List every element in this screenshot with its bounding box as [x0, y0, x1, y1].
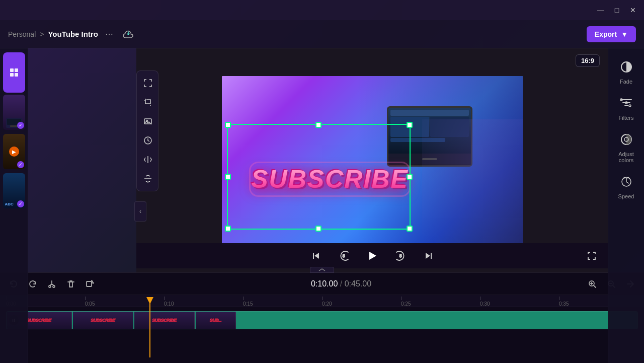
skip-to-start-button[interactable] [308, 248, 324, 264]
speed-label: Speed [618, 193, 634, 199]
timeline-expand-button[interactable] [310, 267, 334, 273]
timeline-ruler: 0:00 0:05 0:10 0:15 0:20 0:25 [0, 295, 644, 307]
current-time: 0:10.00 [311, 279, 338, 288]
svg-rect-22 [87, 281, 92, 286]
video-track[interactable]: ⏸ SUBSCRIBE SUBSCRIBE SUBSCRIBE SUB... [6, 311, 638, 329]
breadcrumb-personal[interactable]: Personal [8, 30, 36, 38]
flip-vertical-tool[interactable] [138, 170, 158, 188]
total-time: 0:45.00 [345, 279, 371, 288]
playhead[interactable] [149, 297, 150, 357]
cut-button[interactable] [44, 276, 59, 292]
close-button[interactable]: ✕ [628, 5, 638, 15]
ruler-mark-5: 0:25 [401, 297, 480, 307]
ruler-mark-6: 0:30 [480, 297, 559, 307]
svg-point-10 [629, 105, 631, 107]
timeline-area: 0:10.00 / 0:45.00 [0, 272, 644, 363]
fullscreen-button[interactable] [584, 248, 600, 264]
filters-icon [620, 97, 633, 113]
skip-to-end-button[interactable] [421, 248, 437, 264]
time-separator: / [340, 279, 345, 288]
svg-text:5: 5 [343, 254, 345, 258]
adjust-colors-tool[interactable]: Adjust colors [610, 129, 642, 167]
sidebar-item-active[interactable] [3, 52, 25, 93]
track-thumbnail-4: SUB... [196, 312, 236, 329]
zoom-in-button[interactable] [585, 276, 600, 292]
speed-icon [620, 175, 633, 191]
breadcrumb: Personal > YouTube Intro ⋯ [8, 26, 587, 42]
image-tool[interactable] [138, 112, 158, 130]
svg-rect-1 [15, 68, 18, 72]
speed-tool[interactable]: Speed [610, 171, 642, 203]
svg-rect-2 [10, 73, 14, 77]
media-thumbnail-3[interactable]: ABC ✓ [3, 173, 25, 208]
canvas-area: SUBSCRIBE [136, 48, 608, 272]
fade-label: Fade [620, 79, 632, 85]
video-background: SUBSCRIBE [222, 76, 523, 245]
breadcrumb-separator: > [40, 30, 44, 38]
resize-tool[interactable] [138, 74, 158, 92]
media-thumbnail-1[interactable]: ✓ [3, 95, 25, 130]
thumbnail-check-2: ✓ [17, 161, 24, 168]
thumbnail-check-3: ✓ [17, 200, 24, 207]
thumbnail-check-1: ✓ [17, 122, 24, 129]
video-canvas[interactable]: SUBSCRIBE [222, 76, 523, 245]
svg-rect-3 [15, 73, 18, 77]
adjust-colors-icon [620, 133, 633, 149]
minimize-button[interactable]: — [596, 5, 606, 15]
ruler-mark-4: 0:20 [322, 297, 401, 307]
tool-panel [136, 70, 158, 191]
ruler-mark-3: 0:15 [243, 297, 322, 307]
filters-tool[interactable]: Filters [610, 93, 642, 125]
svg-text:5: 5 [399, 254, 402, 258]
adjust-colors-label: Adjust colors [612, 151, 640, 163]
flip-horizontal-tool[interactable] [138, 151, 158, 169]
subscribe-sticker[interactable]: SUBSCRIBE [247, 147, 413, 212]
timeline-toolbar: 0:10.00 / 0:45.00 [0, 273, 644, 295]
ruler-mark-2: 0:10 [164, 297, 243, 307]
maximize-button[interactable]: □ [612, 5, 622, 15]
header: Personal > YouTube Intro ⋯ Export ▼ [0, 20, 644, 48]
export-button[interactable]: Export ▼ [587, 26, 636, 42]
collapse-panel-button[interactable]: ‹ [134, 201, 146, 222]
ratio-badge[interactable]: 16:9 [576, 54, 600, 67]
track-thumbnail-2: SUBSCRIBE [73, 312, 133, 329]
svg-rect-0 [10, 68, 14, 72]
rewind-button[interactable]: 5 [336, 248, 352, 264]
play-button[interactable] [364, 248, 380, 264]
fade-tool[interactable]: Fade [610, 56, 642, 89]
track-thumbnail-3: SUBSCRIBE [134, 312, 195, 329]
more-options-button[interactable]: ⋯ [102, 27, 116, 41]
time-display: 0:10.00 / 0:45.00 [102, 279, 581, 288]
delete-button[interactable] [63, 276, 78, 292]
add-media-to-timeline-button[interactable] [83, 276, 98, 292]
timeline-tracks: ⏸ SUBSCRIBE SUBSCRIBE SUBSCRIBE SUB... [6, 311, 638, 351]
filters-label: Filters [619, 115, 634, 121]
right-panel: Fade Filters Adjust colors [608, 48, 644, 363]
svg-marker-18 [369, 252, 376, 260]
media-thumbnail-2[interactable]: ▶ ✓ [3, 134, 25, 169]
ruler-marks: 0:00 0:05 0:10 0:15 0:20 0:25 [6, 297, 638, 307]
playback-controls: 5 5 [136, 243, 608, 268]
export-chevron-icon: ▼ [621, 30, 628, 38]
breadcrumb-title: YouTube Intro [48, 30, 98, 38]
title-bar: — □ ✕ [0, 0, 644, 20]
forward-button[interactable]: 5 [392, 248, 409, 264]
crop-tool[interactable] [138, 93, 158, 111]
fade-icon [620, 60, 633, 77]
cloud-sync-button[interactable] [120, 26, 136, 42]
animation-tool[interactable] [138, 131, 158, 150]
left-sidebar: ✓ ▶ ✓ ABC ✓ [0, 48, 28, 363]
